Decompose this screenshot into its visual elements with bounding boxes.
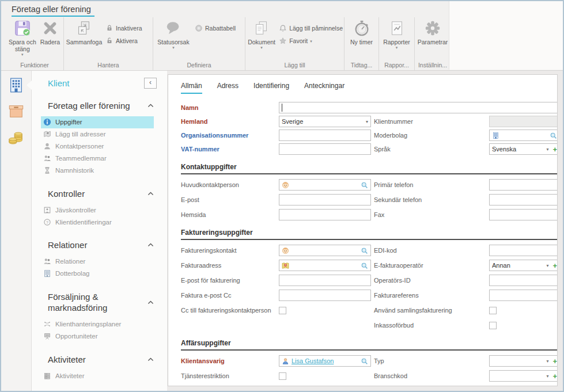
add-new-icon[interactable]: + bbox=[552, 262, 557, 269]
chevron-down-icon[interactable]: ▾ bbox=[546, 374, 548, 379]
sidebar-item-uppgifter[interactable]: Uppgifter bbox=[41, 116, 154, 128]
moderbolag-lookup[interactable] bbox=[489, 130, 558, 141]
tab-identifiering[interactable]: Identifiering bbox=[253, 82, 289, 94]
deactivate-button[interactable]: Inaktivera bbox=[105, 24, 142, 32]
chevron-down-icon[interactable]: ▾ bbox=[366, 119, 368, 124]
sidebar-item-klienthanteringsplaner[interactable]: Klienthanteringsplaner bbox=[41, 318, 154, 330]
namn-input[interactable] bbox=[279, 102, 558, 113]
document-button[interactable]: Dokument ▾ bbox=[247, 18, 277, 62]
new-timer-button[interactable]: Ny timer bbox=[346, 18, 377, 62]
epost-for-fakturering-input[interactable] bbox=[279, 275, 371, 286]
disc-icon bbox=[195, 24, 203, 32]
discount-table-button[interactable]: Rabattabell bbox=[195, 24, 236, 32]
klientansvarig-link[interactable]: Lisa Gustafson bbox=[292, 357, 334, 364]
klientnummer-label: Klientnummer bbox=[371, 118, 489, 125]
merge-label: Sammanfoga bbox=[66, 39, 102, 45]
hemsida-input[interactable] bbox=[279, 209, 371, 220]
sidebar-item-opportuniteter[interactable]: Opportuniteter bbox=[41, 330, 154, 342]
hemland-value: Sverige bbox=[282, 118, 364, 125]
cc-till-faktureringskontaktperson-checkbox[interactable] bbox=[279, 307, 286, 314]
sidebar-item-lagg-till-adresser[interactable]: Lägg till adresser bbox=[41, 128, 154, 140]
sidebar-section-aktiviteter: Aktiviteter Aktiviteter bbox=[48, 354, 167, 382]
sprak-select[interactable]: Svenska ▾ + bbox=[489, 143, 558, 155]
save-close-button[interactable]: Spara och stäng ▾ bbox=[7, 18, 38, 62]
tab-allman[interactable]: Allmän bbox=[181, 82, 202, 94]
item-label: Aktiviteter bbox=[55, 372, 85, 379]
sidebar-section-header[interactable]: Kontroller bbox=[48, 188, 167, 200]
status-reason-button[interactable]: Statusorsak ▾ bbox=[154, 18, 192, 62]
branschkod-select[interactable]: ▾ + bbox=[489, 370, 558, 382]
search-icon[interactable] bbox=[361, 262, 368, 269]
item-label: Namnhistorik bbox=[55, 167, 94, 174]
activate-button[interactable]: Aktivera bbox=[105, 37, 142, 45]
edi-kod-input[interactable] bbox=[489, 245, 558, 256]
search-icon[interactable] bbox=[361, 357, 368, 365]
sidebar-section-header[interactable]: Relationer bbox=[48, 239, 167, 251]
sprak-value: Svenska bbox=[492, 146, 544, 153]
hemland-label: Hemland bbox=[181, 118, 279, 125]
ribbon-body: Spara och stäng ▾ Radera Funktioner Samm… bbox=[6, 17, 451, 70]
e-fakturaoperator-label: E-fakturaoperatör bbox=[371, 262, 489, 269]
epost-input[interactable] bbox=[279, 194, 371, 205]
chevron-down-icon[interactable]: ▾ bbox=[546, 263, 548, 268]
search-icon[interactable] bbox=[361, 181, 368, 189]
module-clients-button[interactable] bbox=[7, 77, 25, 94]
module-finance-button[interactable] bbox=[7, 130, 25, 147]
search-icon[interactable] bbox=[550, 132, 557, 139]
form-row: Klientansvarig Lisa Gustafson Typ ▾ + bbox=[181, 355, 557, 367]
faktureringskontakt-lookup[interactable] bbox=[279, 245, 371, 256]
chevron-down-icon[interactable]: ▾ bbox=[546, 147, 548, 152]
klientansvarig-lookup[interactable]: Lisa Gustafson bbox=[279, 355, 371, 367]
add-new-icon[interactable]: + bbox=[552, 372, 557, 380]
delete-button[interactable]: Radera bbox=[38, 18, 62, 62]
sidebar-section-header[interactable]: Företag eller förening bbox=[48, 100, 167, 112]
tab-adress[interactable]: Adress bbox=[217, 82, 239, 94]
form-row: Namn bbox=[181, 102, 557, 113]
sidebar-item-relationer[interactable]: Relationer bbox=[41, 256, 154, 268]
sidebar-section-header[interactable]: Aktiviteter bbox=[48, 354, 167, 366]
reports-button[interactable]: Rapporter ▾ bbox=[380, 18, 413, 62]
sidebar-item-dotterbolag[interactable]: Dotterbolag bbox=[41, 268, 154, 280]
sidebar-item-javskontroller[interactable]: Jävskontroller bbox=[41, 204, 154, 216]
sidebar-item-aktiviteter[interactable]: Aktiviteter bbox=[41, 370, 154, 382]
item-label: Klientidentifieringar bbox=[55, 219, 112, 226]
typ-select[interactable]: ▾ + bbox=[489, 355, 558, 367]
inkassoforbud-checkbox[interactable] bbox=[489, 322, 497, 329]
form-row: Hemsida Fax bbox=[181, 209, 557, 220]
faktura-epost-cc-input[interactable] bbox=[279, 290, 371, 301]
sidebar-item-klientidentifieringar[interactable]: Klientidentifieringar bbox=[41, 216, 154, 228]
anvand-samlingsfakturering-checkbox[interactable] bbox=[489, 307, 497, 314]
add-new-icon[interactable]: + bbox=[552, 357, 557, 365]
sekundar-telefon-input[interactable] bbox=[489, 194, 558, 205]
section-title-text: Företag eller förening bbox=[48, 100, 134, 112]
fakturareferens-input[interactable] bbox=[489, 290, 558, 301]
sidebar-item-namnhistorik[interactable]: Namnhistorik bbox=[41, 165, 154, 177]
unlock-icon bbox=[105, 37, 113, 45]
sidebar-section-header[interactable]: Försäljning & marknadsföring bbox=[48, 291, 167, 314]
huvudkontaktperson-lookup[interactable] bbox=[279, 179, 371, 191]
sidebar-collapse-button[interactable]: ‹ bbox=[144, 78, 157, 89]
organisationsnummer-input[interactable] bbox=[279, 130, 371, 141]
add-new-icon[interactable]: + bbox=[552, 146, 557, 153]
fakturaadress-lookup[interactable] bbox=[279, 260, 371, 271]
item-label: Teammedlemmar bbox=[55, 155, 107, 162]
building-icon bbox=[492, 132, 499, 139]
merge-button[interactable]: Sammanfoga bbox=[65, 18, 103, 62]
fax-input[interactable] bbox=[489, 209, 558, 220]
parameters-button[interactable]: Parametrar bbox=[416, 18, 449, 62]
section-title-text: Försäljning & marknadsföring bbox=[48, 291, 134, 314]
module-archive-button[interactable] bbox=[7, 103, 25, 120]
sidebar-item-teammedlemmar[interactable]: Teammedlemmar bbox=[41, 153, 154, 165]
sidebar-item-kontaktpersoner[interactable]: Kontaktpersoner bbox=[41, 140, 154, 153]
vat-nummer-input[interactable] bbox=[279, 143, 371, 155]
add-reminder-button[interactable]: Lägg till påminnelse bbox=[279, 24, 343, 32]
tjansterestriktion-checkbox[interactable] bbox=[279, 372, 286, 380]
hemland-select[interactable]: Sverige ▾ bbox=[279, 116, 371, 127]
operators-id-input[interactable] bbox=[489, 275, 558, 286]
e-fakturaoperator-select[interactable]: Annan ▾ + bbox=[489, 260, 558, 271]
search-icon[interactable] bbox=[361, 247, 368, 254]
tab-anteckningar[interactable]: Anteckningar bbox=[304, 82, 345, 94]
favorite-button[interactable]: Favorit ▾ bbox=[279, 37, 343, 45]
primar-telefon-input[interactable] bbox=[489, 179, 558, 191]
chevron-down-icon[interactable]: ▾ bbox=[546, 359, 548, 364]
